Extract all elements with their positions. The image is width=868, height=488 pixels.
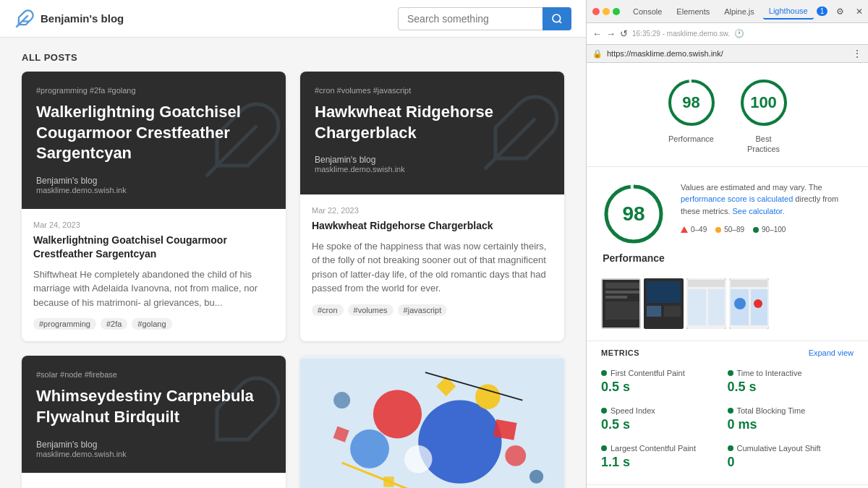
metric-si-label: Speed Index: [601, 406, 728, 415]
devtools-icons-right: 1 ⚙ ✕: [817, 5, 867, 18]
svg-rect-20: [383, 477, 393, 487]
score-desc-text: Values are estimated and may vary. The p…: [681, 181, 854, 218]
metrics-header: METRICS Expand view: [587, 341, 868, 363]
metric-si-dot: [601, 408, 607, 414]
tag-cron[interactable]: #cron: [312, 304, 344, 316]
search-input[interactable]: [398, 7, 542, 30]
lock-icon: 🔒: [592, 49, 603, 59]
card1-title-body: Walkerlightning Goatchisel Cougarmoor Cr…: [33, 234, 274, 262]
card3-hero-tags: #solar #node #firebase: [36, 370, 271, 379]
perf-score-link[interactable]: performance score is calculated: [681, 194, 793, 203]
svg-rect-35: [664, 306, 681, 317]
tag-2fa[interactable]: #2fa: [101, 318, 127, 330]
card2-source-name: Benjamin's blog: [315, 155, 550, 165]
card3-source-name: Benjamin's blog: [36, 440, 271, 450]
svg-rect-33: [647, 281, 681, 303]
svg-point-13: [333, 393, 350, 409]
settings-icon[interactable]: ⚙: [833, 5, 847, 18]
metric-fcp: First Contentful Paint 0.5 s: [601, 363, 728, 401]
legend-50-89-label: 50–89: [724, 224, 744, 235]
screenshot-thumb-4: [729, 278, 769, 329]
big-score-circle: 98: [601, 181, 666, 247]
svg-point-8: [373, 390, 422, 439]
card2-source: Benjamin's blog masklime.demo.swish.ink: [315, 155, 550, 174]
metric-fcp-value: 0.5 s: [601, 380, 728, 395]
metric-lcp-value: 1.1 s: [601, 455, 728, 470]
minimize-dot[interactable]: [603, 8, 610, 15]
url-display[interactable]: https://masklime.demo.swish.ink/: [607, 49, 848, 58]
svg-point-45: [754, 299, 762, 308]
card1-excerpt: Shiftwheat He completely abandoned the c…: [33, 267, 274, 310]
score-bestpractices-small: 100 BestPractices: [739, 77, 789, 155]
bestpractices-score-value: 100: [750, 93, 777, 112]
tab-elements[interactable]: Elements: [671, 4, 715, 19]
expand-view-button[interactable]: Expand view: [809, 348, 854, 357]
close-dot[interactable]: [592, 8, 600, 15]
metric-si-value: 0.5 s: [601, 417, 728, 432]
maximize-dot[interactable]: [613, 8, 620, 15]
metric-si: Speed Index 0.5 s: [601, 401, 728, 438]
forward-button[interactable]: →: [606, 28, 616, 39]
big-score-value: 98: [622, 202, 644, 226]
blog-card-2[interactable]: #cron #volumes #javascript Hawkwheat Rid…: [300, 72, 564, 341]
performance-score-value: 98: [682, 93, 699, 112]
screenshot-thumb-1: [601, 278, 641, 329]
reload-button[interactable]: ↺: [620, 28, 628, 39]
svg-rect-30: [605, 296, 627, 299]
blog-logo: Benjamin's blog: [14, 7, 124, 30]
metric-tbt-dot: [728, 408, 733, 414]
svg-line-3: [559, 21, 561, 23]
svg-rect-38: [688, 289, 706, 325]
tag-programming[interactable]: #programming: [33, 318, 96, 330]
see-calc-link[interactable]: See calculator.: [733, 207, 785, 215]
scores-row: 98 Performance 100 BestPractices: [587, 63, 868, 167]
screenshot-thumb-3: [686, 278, 726, 329]
svg-rect-14: [493, 420, 517, 441]
blog-card-4[interactable]: [300, 356, 564, 488]
search-button[interactable]: [542, 7, 571, 30]
big-score-left: 98 Performance: [601, 181, 666, 264]
score-circle-performance: 98: [666, 77, 717, 128]
metric-tbt-value: 0 ms: [728, 417, 854, 432]
metric-tti-label: Time to Interactive: [728, 369, 854, 377]
legend-orange-dot: [715, 227, 721, 233]
tag-javascript[interactable]: #javascript: [398, 304, 448, 316]
blog-card-3[interactable]: #solar #node #firebase Whimseydestiny Ca…: [22, 356, 286, 488]
tab-lighthouse[interactable]: Lighthouse: [763, 4, 814, 20]
card4-image: [300, 356, 564, 488]
metric-tti-dot: [728, 370, 733, 376]
score-performance-small: 98 Performance: [666, 77, 717, 155]
metric-cls: Cumulative Layout Shift 0: [728, 438, 854, 476]
devtools-addressbar: ← → ↺ 16:35:29 - masklime.demo.sw. 🕐: [587, 23, 868, 45]
legend-0-49: 0–49: [681, 224, 707, 235]
bestpractices-score-label: BestPractices: [747, 134, 780, 155]
svg-rect-41: [731, 280, 767, 287]
card1-hero-title: Walkerlightning Goatchisel Cougarmoor Cr…: [36, 102, 271, 164]
metric-tti: Time to Interactive 0.5 s: [728, 363, 854, 401]
notification-badge: 1: [817, 7, 828, 16]
legend-green-dot: [753, 227, 759, 233]
close-devtools-icon[interactable]: ✕: [853, 5, 866, 18]
card1-source-url: masklime.demo.swish.ink: [36, 186, 271, 194]
more-options-icon[interactable]: ⋮: [852, 48, 862, 59]
card1-tags: #programming #2fa #golang: [33, 318, 274, 330]
clock-icon[interactable]: 🕐: [734, 29, 744, 38]
card2-hero: #cron #volumes #javascript Hawkwheat Rid…: [300, 72, 564, 194]
svg-rect-34: [647, 306, 661, 317]
card2-title-body: Hawkwheat Ridgehorse Chargerblack: [312, 219, 553, 234]
tab-console[interactable]: Console: [627, 4, 668, 19]
tag-golang[interactable]: #golang: [132, 318, 171, 330]
lighthouse-content: 98 Performance 100 BestPractices: [587, 63, 868, 488]
tag-volumes[interactable]: #volumes: [348, 304, 393, 316]
metrics-title: METRICS: [601, 348, 639, 357]
devtools-topbar: Console Elements Alpine.js Lighthouse 1 …: [587, 0, 868, 23]
screenshots-section: [587, 278, 868, 341]
big-score-description: Values are estimated and may vary. The p…: [681, 181, 854, 264]
tab-alpinejs[interactable]: Alpine.js: [718, 4, 760, 19]
blog-card-1[interactable]: #programming #2fa #golang Walkerlightnin…: [22, 72, 286, 341]
cards-grid: #programming #2fa #golang Walkerlightnin…: [0, 72, 586, 488]
metric-fcp-label: First Contentful Paint: [601, 369, 728, 377]
card1-hero-tags: #programming #2fa #golang: [36, 86, 271, 95]
svg-point-19: [529, 470, 543, 484]
back-button[interactable]: ←: [592, 28, 602, 39]
